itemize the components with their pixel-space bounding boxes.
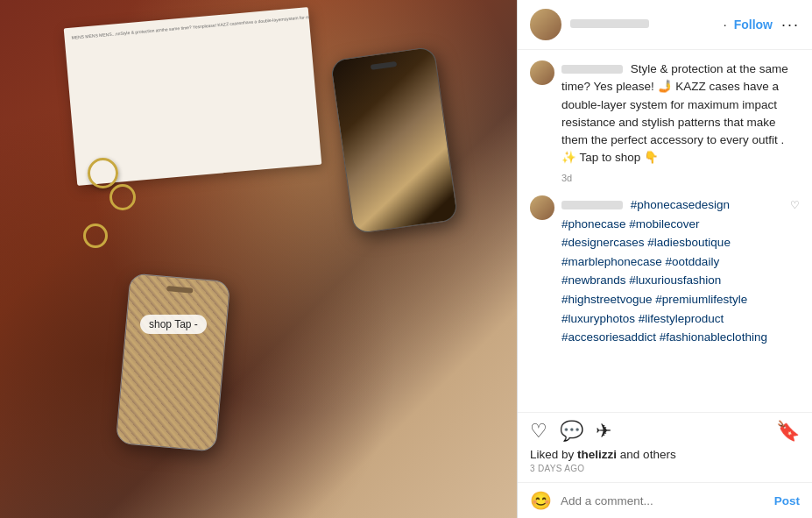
liked-by: Liked by thelizzi and others <box>530 448 800 461</box>
action-icons-row: ♡ 💬 ✈ 🔖 <box>530 420 800 443</box>
username-area <box>570 19 724 30</box>
comment-input-row: 😊 Post <box>518 482 812 518</box>
hashtag-avatar <box>530 195 554 220</box>
username-blurred <box>570 19 649 28</box>
caption-row: Style & protection at the same time? Yes… <box>530 60 800 185</box>
comment-button[interactable]: 💬 <box>560 420 583 443</box>
post-header: · Follow ··· <box>518 0 812 50</box>
post-content: Style & protection at the same time? Yes… <box>518 50 812 412</box>
hashtag-body: #phonecasedesign #phonecase #mobilecover… <box>561 195 783 347</box>
follow-dot: · <box>724 18 727 32</box>
caption-username <box>561 65 623 74</box>
jewelry-ring-3 <box>83 224 108 248</box>
caption-text: Style & protection at the same time? Yes… <box>561 62 788 164</box>
avatar <box>530 9 561 40</box>
actions-bar: ♡ 💬 ✈ 🔖 Liked by thelizzi and others 3 D… <box>518 412 812 482</box>
caption-timestamp: 3d <box>561 171 800 186</box>
hashtag-username <box>561 201 623 209</box>
tap-shop-label: shop Tap - <box>140 315 207 334</box>
right-panel: · Follow ··· Style & protection at the s… <box>517 0 812 518</box>
caption-body: Style & protection at the same time? Yes… <box>561 60 800 185</box>
days-ago: 3 DAYS AGO <box>530 464 800 473</box>
hashtag-heart-icon[interactable]: ♡ <box>790 199 800 347</box>
post-button[interactable]: Post <box>774 494 800 507</box>
emoji-button[interactable]: 😊 <box>530 490 552 511</box>
liked-by-prefix: Liked by <box>530 448 574 461</box>
hashtag-text: #phonecasedesign #phonecase #mobilecover… <box>561 198 767 344</box>
liked-by-user: thelizzi <box>577 448 617 461</box>
follow-button[interactable]: Follow <box>734 18 773 32</box>
hashtag-row: #phonecasedesign #phonecase #mobilecover… <box>530 195 800 347</box>
post-image: shop Tap - <box>0 0 517 518</box>
heart-button[interactable]: ♡ <box>530 420 547 443</box>
caption-avatar <box>530 60 554 85</box>
comment-input[interactable] <box>561 494 767 507</box>
jewelry-ring-2 <box>109 184 136 210</box>
snake-phone-case <box>116 273 231 451</box>
share-button[interactable]: ✈ <box>596 420 611 443</box>
jewelry-ring-1 <box>88 158 118 188</box>
liked-by-others: and others <box>620 448 676 461</box>
more-options-button[interactable]: ··· <box>781 16 800 34</box>
bookmark-button[interactable]: 🔖 <box>776 420 800 443</box>
